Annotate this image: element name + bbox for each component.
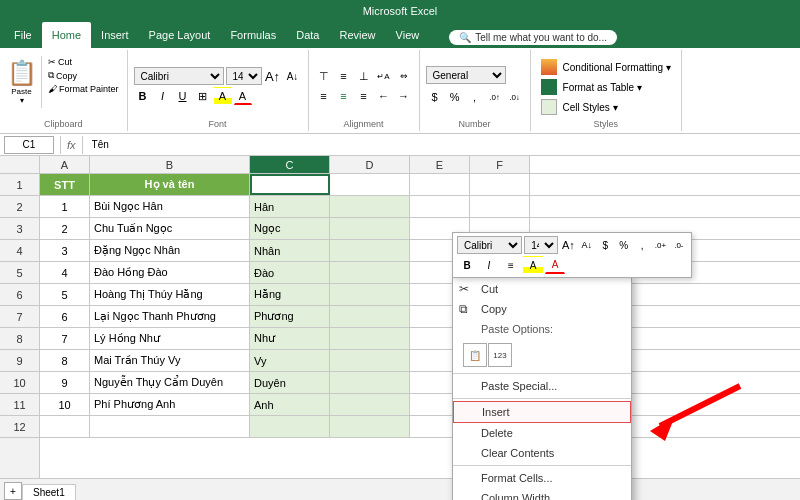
tab-view[interactable]: View xyxy=(386,22,430,48)
cell-d9[interactable] xyxy=(330,350,410,371)
cell-a7[interactable]: 6 xyxy=(40,306,90,327)
cell-b2[interactable]: Bùi Ngọc Hân xyxy=(90,196,250,217)
mini-italic-button[interactable]: I xyxy=(479,256,499,274)
cell-reference-input[interactable] xyxy=(4,136,54,154)
fill-color-button[interactable]: A xyxy=(214,87,232,105)
align-top-button[interactable]: ⊤ xyxy=(315,67,333,85)
cell-a12[interactable] xyxy=(40,416,90,437)
cell-b8[interactable]: Lý Hồng Như xyxy=(90,328,250,349)
italic-button[interactable]: I xyxy=(154,87,172,105)
cell-b3[interactable]: Chu Tuấn Ngọc xyxy=(90,218,250,239)
row-num-4[interactable]: 4 xyxy=(0,240,39,262)
align-bottom-button[interactable]: ⊥ xyxy=(355,67,373,85)
col-header-a[interactable]: A xyxy=(40,156,90,173)
align-right-button[interactable]: ≡ xyxy=(355,87,373,105)
cell-d6[interactable] xyxy=(330,284,410,305)
mini-percent-button[interactable]: % xyxy=(615,236,631,254)
cell-b7[interactable]: Lại Ngọc Thanh Phương xyxy=(90,306,250,327)
col-header-f[interactable]: F xyxy=(470,156,530,173)
cell-c3[interactable]: Ngọc xyxy=(250,218,330,239)
cell-f2[interactable] xyxy=(470,196,530,217)
cell-b10[interactable]: Nguyễn Thụy Cẩm Duyên xyxy=(90,372,250,393)
tab-review[interactable]: Review xyxy=(329,22,385,48)
cell-c4[interactable]: Nhân xyxy=(250,240,330,261)
cell-c2[interactable]: Hân xyxy=(250,196,330,217)
tab-home[interactable]: Home xyxy=(42,22,91,48)
row-num-1[interactable]: 1 xyxy=(0,174,39,196)
cell-c10[interactable]: Duyên xyxy=(250,372,330,393)
currency-button[interactable]: $ xyxy=(426,88,444,106)
cell-b12[interactable] xyxy=(90,416,250,437)
mini-dec-down-button[interactable]: .0- xyxy=(671,236,687,254)
cell-d2[interactable] xyxy=(330,196,410,217)
row-num-8[interactable]: 8 xyxy=(0,328,39,350)
cell-a1[interactable]: STT xyxy=(40,174,90,195)
row-num-3[interactable]: 3 xyxy=(0,218,39,240)
font-color-button[interactable]: A xyxy=(234,87,252,105)
cell-f1[interactable] xyxy=(470,174,530,195)
percent-button[interactable]: % xyxy=(446,88,464,106)
cell-a6[interactable]: 5 xyxy=(40,284,90,305)
format-painter-button[interactable]: 🖌 Format Painter xyxy=(46,83,121,95)
cell-a5[interactable]: 4 xyxy=(40,262,90,283)
font-size-select[interactable]: 14 xyxy=(226,67,262,85)
tab-insert[interactable]: Insert xyxy=(91,22,139,48)
cut-button[interactable]: ✂ Cut xyxy=(46,56,121,68)
paste-opt-2[interactable]: 123 xyxy=(488,343,512,367)
increase-font-button[interactable]: A↑ xyxy=(264,67,282,85)
ctx-cut[interactable]: ✂ Cut xyxy=(453,279,631,299)
mini-font-select[interactable]: Calibri xyxy=(457,236,522,254)
col-header-d[interactable]: D xyxy=(330,156,410,173)
col-header-e[interactable]: E xyxy=(410,156,470,173)
decrease-decimal-button[interactable]: .0↓ xyxy=(506,88,524,106)
cell-b9[interactable]: Mai Trần Thúy Vy xyxy=(90,350,250,371)
mini-size-select[interactable]: 14 xyxy=(524,236,558,254)
cell-b1[interactable]: Họ và tên xyxy=(90,174,250,195)
row-num-5[interactable]: 5 xyxy=(0,262,39,284)
ctx-insert[interactable]: Insert xyxy=(453,401,631,423)
cell-d8[interactable] xyxy=(330,328,410,349)
cell-c12[interactable] xyxy=(250,416,330,437)
decrease-font-button[interactable]: A↓ xyxy=(284,67,302,85)
cell-c11[interactable]: Anh xyxy=(250,394,330,415)
sheet-tab-1[interactable]: Sheet1 xyxy=(22,484,76,500)
tab-formulas[interactable]: Formulas xyxy=(220,22,286,48)
row-num-9[interactable]: 9 xyxy=(0,350,39,372)
cell-c7[interactable]: Phương xyxy=(250,306,330,327)
cell-a10[interactable]: 9 xyxy=(40,372,90,393)
comma-button[interactable]: , xyxy=(466,88,484,106)
mini-decrease-font-button[interactable]: A↓ xyxy=(579,236,595,254)
mini-fill-color-button[interactable]: A xyxy=(523,256,543,274)
cell-a4[interactable]: 3 xyxy=(40,240,90,261)
cell-a2[interactable]: 1 xyxy=(40,196,90,217)
wrap-text-button[interactable]: ↵A xyxy=(375,67,393,85)
cell-d1[interactable] xyxy=(330,174,410,195)
mini-currency-button[interactable]: $ xyxy=(597,236,613,254)
row-num-12[interactable]: 12 xyxy=(0,416,39,438)
cell-d12[interactable] xyxy=(330,416,410,437)
row-num-6[interactable]: 6 xyxy=(0,284,39,306)
cell-b4[interactable]: Đặng Ngọc Nhân xyxy=(90,240,250,261)
cell-a8[interactable]: 7 xyxy=(40,328,90,349)
ctx-copy[interactable]: ⧉ Copy xyxy=(453,299,631,319)
underline-button[interactable]: U xyxy=(174,87,192,105)
cell-e1[interactable] xyxy=(410,174,470,195)
copy-button[interactable]: ⧉ Copy xyxy=(46,69,121,82)
font-family-select[interactable]: Calibri xyxy=(134,67,224,85)
bold-button[interactable]: B xyxy=(134,87,152,105)
tell-me-box[interactable]: 🔍 Tell me what you want to do... xyxy=(449,30,617,45)
mini-comma-button[interactable]: , xyxy=(634,236,650,254)
align-left-button[interactable]: ≡ xyxy=(315,87,333,105)
indent-decrease-button[interactable]: ← xyxy=(375,87,393,105)
row-num-7[interactable]: 7 xyxy=(0,306,39,328)
cell-c6[interactable]: Hằng xyxy=(250,284,330,305)
increase-decimal-button[interactable]: .0↑ xyxy=(486,88,504,106)
conditional-formatting-button[interactable]: Conditional Formatting ▾ xyxy=(539,58,673,76)
cell-c1[interactable]: Tên xyxy=(250,174,330,195)
cell-d5[interactable] xyxy=(330,262,410,283)
number-format-select[interactable]: General xyxy=(426,66,506,84)
border-button[interactable]: ⊞ xyxy=(194,87,212,105)
cell-e2[interactable] xyxy=(410,196,470,217)
paste-opt-1[interactable]: 📋 xyxy=(463,343,487,367)
row-num-11[interactable]: 11 xyxy=(0,394,39,416)
